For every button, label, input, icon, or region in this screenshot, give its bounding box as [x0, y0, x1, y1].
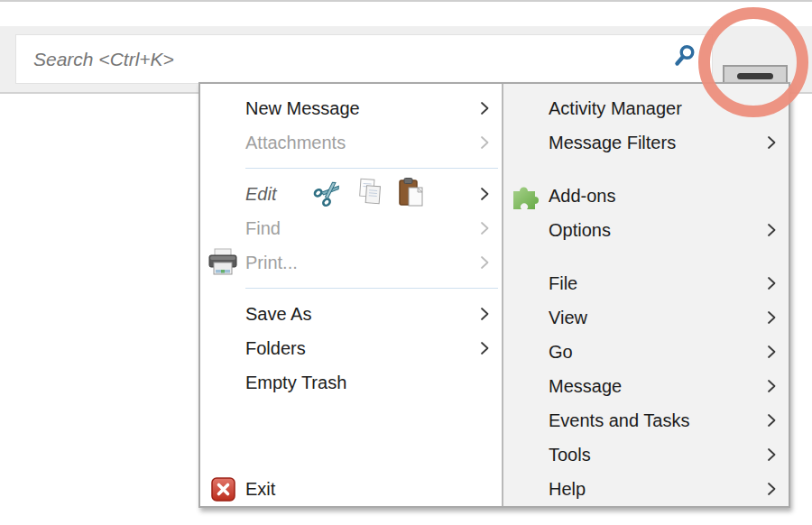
menu-item-label: Help	[549, 479, 586, 500]
chevron-right-icon	[754, 309, 789, 327]
menu-group-gap	[503, 160, 789, 179]
paste-icon[interactable]	[397, 177, 426, 212]
menu-item-label: Find	[245, 218, 281, 239]
menu-separator	[200, 280, 502, 297]
addons-puzzle-icon	[503, 180, 549, 211]
menu-item-options[interactable]: Options	[503, 213, 789, 247]
menu-item-exit[interactable]: Exit	[200, 472, 502, 506]
menu-item-label: Message	[549, 376, 622, 397]
menu-item-label: Empty Trash	[245, 373, 346, 393]
menu-group-gap	[503, 247, 789, 266]
menu-item-save-as[interactable]: Save As	[200, 297, 502, 331]
menu-item-label: New Message	[245, 98, 360, 119]
menu-item-new-message[interactable]: New Message	[200, 91, 502, 125]
menu-item-go[interactable]: Go	[503, 335, 789, 369]
menu-item-label: Activity Manager	[549, 98, 682, 119]
app-menu-left-pane: New Message Attachments Edit	[200, 84, 502, 506]
menu-item-attachments: Attachments	[200, 125, 502, 160]
menu-item-label: Go	[549, 342, 573, 363]
menu-item-add-ons[interactable]: Add-ons	[503, 179, 789, 213]
menu-item-view[interactable]: View	[503, 300, 789, 335]
menu-item-label: View	[549, 308, 587, 328]
printer-icon	[200, 248, 245, 277]
chevron-right-icon	[467, 339, 502, 357]
menu-item-label: Add-ons	[549, 186, 616, 207]
menu-item-activity-manager[interactable]: Activity Manager	[503, 91, 789, 125]
chevron-right-icon	[754, 221, 789, 239]
chevron-right-icon	[754, 480, 789, 498]
menu-item-label: Events and Tasks	[549, 410, 689, 431]
menu-item-events-and-tasks[interactable]: Events and Tasks	[503, 403, 789, 438]
chevron-right-icon	[754, 446, 789, 464]
search-input[interactable]	[15, 34, 713, 84]
chevron-right-icon	[754, 274, 789, 292]
menu-item-message[interactable]: Message	[503, 369, 789, 403]
menu-item-file[interactable]: File	[503, 266, 789, 300]
search-icon[interactable]	[672, 42, 697, 69]
copy-icon[interactable]	[355, 177, 386, 212]
chevron-right-icon	[754, 377, 789, 395]
menu-item-print: Print...	[200, 245, 502, 280]
menu-item-label: Attachments	[245, 133, 346, 153]
menu-item-label: Save As	[245, 304, 311, 325]
chevron-right-icon	[754, 134, 789, 152]
chevron-right-icon	[467, 185, 502, 203]
menu-separator	[200, 160, 502, 177]
window-top-border	[0, 0, 812, 2]
menu-item-edit[interactable]: Edit	[200, 177, 502, 211]
chevron-right-icon	[467, 253, 502, 272]
menu-item-label: Message Filters	[549, 133, 676, 153]
chevron-right-icon	[467, 219, 502, 237]
menu-item-label: Print...	[245, 253, 298, 273]
menu-item-label: Exit	[245, 479, 275, 500]
menu-item-label: Options	[549, 220, 611, 241]
chevron-right-icon	[754, 343, 789, 361]
menu-item-folders[interactable]: Folders	[200, 331, 502, 365]
edit-quick-actions	[312, 176, 426, 213]
chevron-right-icon	[754, 411, 789, 429]
exit-icon	[200, 477, 245, 502]
menu-item-help[interactable]: Help	[503, 472, 789, 506]
menu-item-tools[interactable]: Tools	[503, 438, 789, 472]
cut-icon[interactable]	[312, 176, 345, 213]
app-menu-popup: New Message Attachments Edit	[198, 82, 790, 508]
chevron-right-icon	[467, 99, 502, 117]
menu-item-message-filters[interactable]: Message Filters	[503, 125, 789, 160]
app-menu-right-pane: Activity Manager Message Filters	[502, 84, 789, 506]
menu-item-label: Folders	[245, 338, 306, 359]
menu-item-label: Edit	[245, 184, 276, 205]
menu-item-empty-trash[interactable]: Empty Trash	[200, 365, 502, 400]
menu-item-label: File	[549, 273, 577, 294]
chevron-right-icon	[467, 305, 502, 323]
chevron-right-icon	[467, 134, 502, 152]
menu-item-find: Find	[200, 211, 502, 245]
menu-item-label: Tools	[549, 445, 591, 465]
